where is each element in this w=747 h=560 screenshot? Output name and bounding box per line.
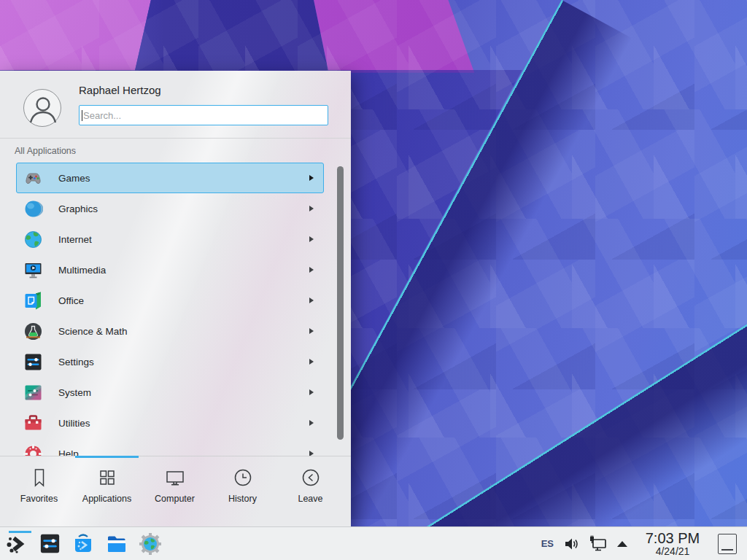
menu-item-multimedia[interactable]: Multimedia (16, 254, 324, 285)
app-grid-icon (96, 467, 118, 489)
gamepad-icon (23, 168, 43, 188)
text-cursor (82, 110, 82, 121)
submenu-arrow-icon (309, 389, 314, 395)
menu-item-label: Utilities (58, 418, 309, 429)
multimedia-monitor-icon (23, 260, 43, 280)
leave-icon (300, 467, 322, 489)
search-input[interactable] (79, 105, 328, 125)
system-tray: ES 7:03 PM 4/24/21 (541, 531, 747, 557)
launcher-header: Raphael Hertzog (0, 71, 351, 139)
section-label: All Applications (15, 146, 76, 156)
discover-launcher[interactable] (71, 532, 96, 556)
submenu-arrow-icon (309, 267, 314, 273)
tab-favorites[interactable]: Favorites (5, 467, 73, 504)
tab-label: Favorites (20, 494, 58, 504)
keyboard-layout-indicator[interactable]: ES (541, 538, 554, 549)
tab-label: Leave (298, 494, 322, 504)
submenu-arrow-icon (309, 328, 314, 334)
user-avatar[interactable] (23, 89, 61, 127)
menu-item-office[interactable]: Office (16, 285, 324, 316)
menu-item-internet[interactable]: Internet (16, 224, 324, 254)
globe-icon (23, 230, 43, 249)
tab-leave[interactable]: Leave (276, 467, 344, 504)
monitor-icon (164, 467, 186, 489)
web-browser-launcher[interactable] (138, 532, 163, 556)
menu-item-label: System (58, 387, 309, 398)
network-icon[interactable] (589, 535, 608, 553)
clock-icon (232, 467, 254, 489)
tab-history[interactable]: History (209, 467, 276, 504)
submenu-arrow-icon (309, 298, 314, 303)
utilities-toolbox-icon (23, 413, 43, 433)
menu-item-label: Settings (58, 357, 309, 368)
category-list: Games Graphics Internet (0, 163, 334, 456)
taskbar: ES 7:03 PM 4/24/21 (0, 526, 747, 560)
submenu-arrow-icon (309, 175, 314, 181)
submenu-arrow-icon (309, 359, 314, 365)
active-tab-indicator (75, 456, 139, 458)
submenu-arrow-icon (309, 236, 314, 242)
system-settings-icon (39, 532, 61, 555)
menu-item-label: Science & Math (58, 326, 309, 337)
bookmark-icon (28, 467, 50, 489)
discover-icon (71, 532, 95, 556)
menu-item-label: Internet (58, 234, 309, 245)
scrollbar-thumb[interactable] (337, 166, 344, 440)
system-settings-launcher[interactable] (37, 532, 62, 556)
kde-menu-icon (4, 532, 28, 556)
launcher-tabbar: Favorites Applications Computer History … (0, 456, 351, 526)
menu-item-help[interactable]: Help (16, 438, 324, 456)
tab-applications[interactable]: Applications (73, 467, 141, 504)
tab-label: History (228, 494, 257, 504)
office-document-icon (23, 291, 43, 311)
tab-label: Applications (82, 494, 131, 504)
show-desktop-button[interactable] (718, 534, 737, 554)
system-sliders-icon (23, 383, 43, 402)
menu-item-label: Help (58, 448, 309, 456)
submenu-arrow-icon (309, 206, 314, 211)
menu-item-label: Graphics (58, 203, 309, 214)
submenu-arrow-icon (309, 451, 314, 456)
file-manager-launcher[interactable] (104, 532, 129, 556)
submenu-arrow-icon (309, 420, 314, 426)
user-name: Raphael Hertzog (79, 84, 161, 96)
clock-time: 7:03 PM (641, 531, 704, 546)
menu-item-graphics[interactable]: Graphics (16, 193, 324, 224)
menu-item-label: Multimedia (58, 265, 309, 276)
expand-tray-icon[interactable] (617, 541, 627, 547)
menu-item-utilities[interactable]: Utilities (16, 408, 324, 438)
clock-date: 4/24/21 (641, 546, 704, 557)
menu-item-system[interactable]: System (16, 377, 324, 408)
user-silhouette-icon (24, 90, 62, 128)
help-lifering-icon (23, 444, 43, 456)
tab-label: Computer (155, 494, 195, 504)
science-flask-icon (23, 322, 43, 341)
menu-item-settings[interactable]: Settings (16, 346, 324, 377)
application-launcher-button[interactable] (4, 532, 28, 556)
desktop: Raphael Hertzog All Applications Games G… (0, 0, 747, 560)
menu-item-label: Games (58, 173, 309, 184)
file-manager-icon (105, 532, 128, 556)
web-browser-icon (139, 532, 162, 556)
volume-icon[interactable] (563, 536, 579, 552)
tab-computer[interactable]: Computer (141, 467, 209, 504)
application-launcher-menu: Raphael Hertzog All Applications Games G… (0, 71, 351, 526)
graphics-sphere-icon (23, 199, 43, 219)
digital-clock[interactable]: 7:03 PM 4/24/21 (641, 531, 704, 557)
menu-item-label: Office (58, 295, 309, 306)
open-indicator (9, 531, 31, 533)
settings-sliders-icon (23, 352, 43, 372)
menu-item-science-math[interactable]: Science & Math (16, 316, 324, 346)
menu-item-games[interactable]: Games (16, 163, 324, 193)
